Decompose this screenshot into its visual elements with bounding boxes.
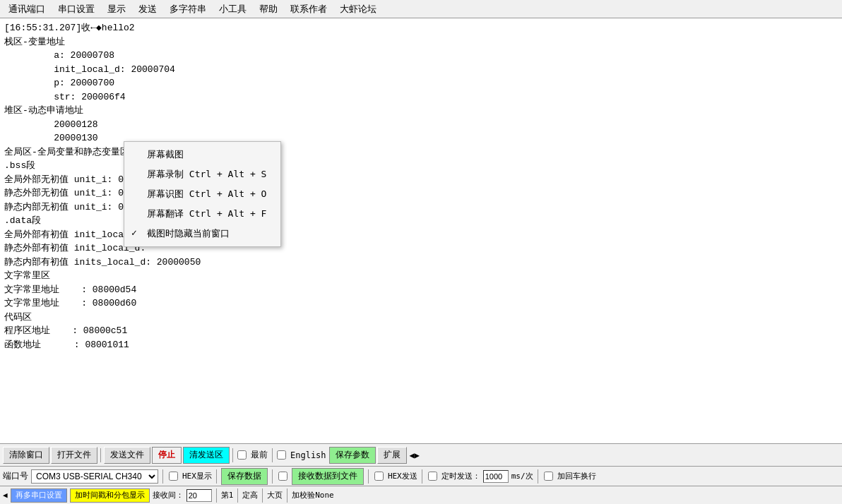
separator-port	[162, 469, 163, 484]
timed-send-label: 定时发送：	[441, 471, 480, 481]
context-menu-label: 屏幕录制 Ctrl + Alt + S	[147, 169, 266, 179]
context-menu-item-1[interactable]: 屏幕录制 Ctrl + Alt + S	[124, 164, 280, 184]
nav-icon-left: ◀	[3, 491, 8, 500]
stop-button[interactable]: 停止	[152, 447, 182, 464]
menu-send[interactable]: 发送	[133, 1, 162, 17]
save-data-button[interactable]: 保存数据	[221, 468, 268, 485]
recv-to-file-button[interactable]: 接收数据到文件	[292, 468, 364, 485]
recv-interval-input[interactable]	[186, 489, 212, 502]
recv-file-checkbox[interactable]	[278, 472, 287, 481]
context-menu-item-4[interactable]: ✓截图时隐藏当前窗口	[124, 224, 280, 244]
save-params-button[interactable]: 保存参数	[329, 447, 376, 464]
menu-port[interactable]: 通讯端口	[3, 1, 51, 17]
clear-window-button[interactable]: 清除窗口	[3, 447, 49, 464]
hex-send-label: HEX发送	[388, 471, 417, 481]
terminal-line: 函数地址 : 08001011	[4, 338, 838, 352]
context-menu-label: 屏幕截图	[147, 149, 184, 160]
bottom-toolbar: 清除窗口 打开文件 发送文件 停止 清发送区 最前 English 保存参数 扩…	[0, 443, 842, 466]
sep-status-1	[216, 488, 217, 503]
status-row: ◀ 再多串口设置 加时间戳和分包显示 接收间： 第1 定高 大页 加校验None	[0, 486, 842, 504]
send-file-button[interactable]: 发送文件	[104, 447, 150, 464]
context-menu-label: 截图时隐藏当前窗口	[147, 228, 230, 239]
page-label: 第1	[221, 490, 234, 500]
terminal-line: 文字常里地址 : 08000d60	[4, 296, 838, 311]
separator-2	[232, 448, 233, 462]
hex-send-checkbox[interactable]	[374, 472, 384, 481]
separator-hex	[216, 469, 217, 484]
terminal-line: a: 20000708	[4, 49, 838, 63]
context-menu-label: 屏幕识图 Ctrl + Alt + O	[147, 188, 266, 199]
cr-label: 加回车换行	[557, 471, 596, 481]
menu-tools[interactable]: 小工具	[213, 1, 252, 17]
sep-status-2	[237, 488, 238, 503]
separator-recv	[368, 469, 369, 484]
terminal-line: p: 20000700	[4, 76, 838, 90]
add-time-button[interactable]: 加时间戳和分包显示	[70, 488, 150, 503]
recv-interval-label: 接收间：	[153, 490, 184, 500]
terminal-line: init_local_d: 20000704	[4, 63, 838, 77]
clear-send-button[interactable]: 清发送区	[183, 447, 230, 464]
check-icon: ✓	[131, 227, 137, 238]
menu-multistring[interactable]: 多字符串	[164, 1, 212, 17]
terminal-line: 程序区地址 : 08000c51	[4, 324, 838, 338]
terminal-line: 栈区-变量地址	[4, 35, 838, 49]
expand-arrows: ◀▶	[408, 450, 421, 460]
open-file-button[interactable]: 打开文件	[51, 447, 97, 464]
context-menu-label: 屏幕翻译 Ctrl + Alt + F	[147, 208, 266, 219]
context-menu: 屏幕截图屏幕录制 Ctrl + Alt + S屏幕识图 Ctrl + Alt +…	[124, 141, 281, 247]
menu-display[interactable]: 显示	[102, 1, 131, 17]
context-menu-item-2[interactable]: 屏幕识图 Ctrl + Alt + O	[124, 184, 280, 204]
terminal-line: 20000128	[4, 118, 838, 132]
terminal-line: 文字常里区	[4, 269, 838, 283]
separator-save	[272, 469, 273, 484]
check-label: 加校验None	[292, 490, 334, 500]
context-menu-item-0[interactable]: 屏幕截图	[124, 145, 280, 164]
hex-display-checkbox[interactable]	[169, 472, 178, 481]
ms-label: ms/次	[511, 471, 533, 481]
fixed-label: 定高	[242, 490, 258, 500]
port-select[interactable]: COM3 USB-SERIAL CH340	[31, 469, 158, 484]
menu-contact[interactable]: 联系作者	[285, 1, 333, 17]
terminal-line: 堆区-动态申请地址	[4, 104, 838, 118]
cr-checkbox[interactable]	[544, 472, 553, 481]
last-checkbox[interactable]	[237, 450, 247, 460]
english-label: English	[289, 450, 328, 460]
separator-1	[100, 448, 101, 462]
port-row: 端口号 COM3 USB-SERIAL CH340 HEX显示 保存数据 接收数…	[0, 466, 842, 486]
menubar: 通讯端口 串口设置 显示 发送 多字符串 小工具 帮助 联系作者 大虾论坛	[0, 0, 842, 18]
port-label: 端口号	[3, 470, 28, 482]
timed-send-input[interactable]	[483, 470, 509, 483]
context-menu-item-3[interactable]: 屏幕翻译 Ctrl + Alt + F	[124, 204, 280, 224]
menu-help[interactable]: 帮助	[254, 1, 283, 17]
expand-label: 大页	[267, 490, 283, 500]
terminal-line: str: 200006f4	[4, 90, 838, 104]
terminal-line: 静态内部有初值 inits_local_d: 20000050	[4, 256, 838, 270]
separator-hexsend	[422, 469, 422, 484]
sep-status-4	[287, 488, 287, 503]
menu-forum[interactable]: 大虾论坛	[334, 1, 382, 17]
timed-send-checkbox[interactable]	[428, 472, 437, 481]
hex-display-label: HEX显示	[182, 471, 212, 481]
english-checkbox[interactable]	[277, 450, 286, 460]
expand-button[interactable]: 扩展	[377, 447, 407, 464]
terminal-line: 代码区	[4, 311, 838, 325]
sep-status-3	[262, 488, 263, 503]
terminal-line: [16:55:31.207]收←◆hello2	[4, 21, 838, 35]
separator-ms	[538, 469, 538, 484]
separator-3	[272, 448, 273, 462]
last-label: 最前	[249, 449, 269, 461]
menu-serial-settings[interactable]: 串口设置	[52, 1, 100, 17]
config-port-button[interactable]: 再多串口设置	[11, 488, 67, 503]
terminal-line: 文字常里地址 : 08000d54	[4, 283, 838, 297]
